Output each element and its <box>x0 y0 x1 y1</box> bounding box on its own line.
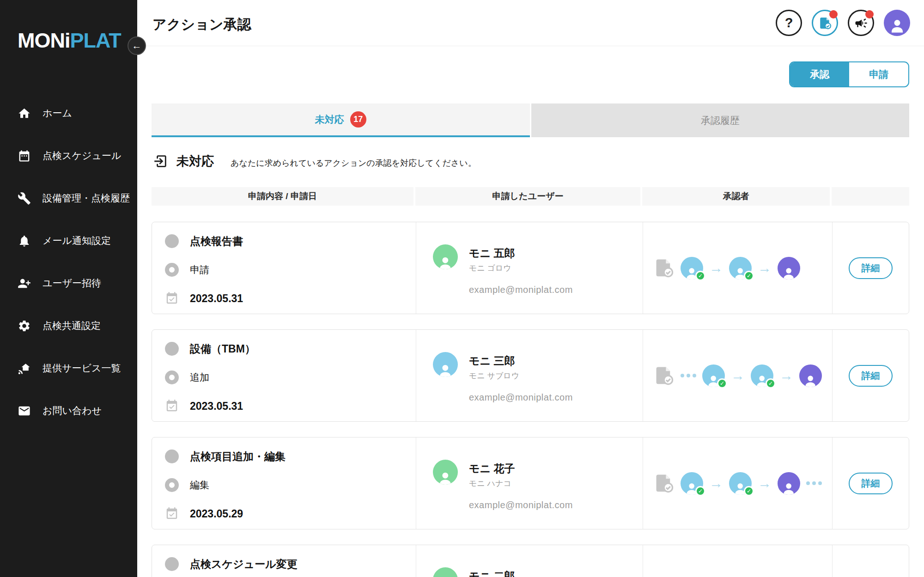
user-name: モニ 二郎 <box>469 567 515 577</box>
section-description: あなたに求められているアクションの承認を対応してください。 <box>231 154 476 169</box>
user-kana: モニ ハナコ <box>469 478 515 489</box>
pending-section-header: 未対応 あなたに求められているアクションの承認を対応してください。 <box>152 153 476 170</box>
flow-arrow-icon: → <box>731 369 745 383</box>
sidebar-item-label: メール通知設定 <box>43 234 111 247</box>
status-circle-icon <box>165 234 179 248</box>
request-date: 2023.05.31 <box>190 400 243 413</box>
calendar-check-icon <box>165 507 179 521</box>
notification-dot <box>829 10 838 18</box>
status-circle-icon <box>165 342 179 356</box>
user-avatar <box>433 244 458 269</box>
sidebar-item-inspection-settings[interactable]: 点検共通設定 <box>0 304 137 347</box>
action-type: 編集 <box>190 479 209 492</box>
person-add-icon <box>18 277 31 290</box>
flow-arrow-icon: → <box>709 476 723 490</box>
sidebar-item-services[interactable]: 提供サービス一覧 <box>0 347 137 389</box>
moniplat-logo: MONiPLAT <box>18 29 121 53</box>
column-header-request: 申請内容 / 申請日 <box>152 187 415 206</box>
help-button[interactable]: ? <box>776 10 802 36</box>
tab-history-label: 承認履歴 <box>701 114 740 127</box>
request-title: 点検スケジュール変更 <box>190 557 298 571</box>
sidebar-collapse-button[interactable]: ← <box>128 36 146 55</box>
approved-check-icon: ✓ <box>766 378 776 389</box>
sidebar-item-label: 点検共通設定 <box>43 319 101 332</box>
approver-avatar-pending <box>778 257 800 279</box>
status-circle-icon <box>165 449 179 463</box>
header-icon-group: ? <box>776 10 910 36</box>
tab-pending[interactable]: 未対応 17 <box>152 103 530 137</box>
approver-flow: ✓ → ✓ → <box>643 437 832 529</box>
bell-icon <box>18 234 31 248</box>
sidebar: MONiPLAT ホーム 点検スケジュール 設備管理・点検履歴 メール通知設定 … <box>0 0 137 577</box>
services-icon <box>18 362 31 375</box>
user-avatar <box>433 460 458 485</box>
action-type: 追加 <box>190 371 209 384</box>
flow-arrow-icon: → <box>709 261 723 275</box>
table-row: 設備（TBM） 追加 2023.05.31 モニ 三郎 モニ サブロウ exam… <box>152 329 909 422</box>
column-header-user: 申請したユーザー <box>415 187 642 206</box>
flow-arrow-icon: → <box>758 476 772 490</box>
approval-requests-button[interactable] <box>812 10 838 36</box>
person-icon <box>889 17 906 33</box>
action-type-icon <box>165 478 179 492</box>
table-row: 点検スケジュール変更 モニ 二郎 <box>152 545 909 577</box>
sidebar-item-inspection-schedule[interactable]: 点検スケジュール <box>0 134 137 177</box>
main-content: アクション承認 ? <box>137 0 924 577</box>
detail-button[interactable]: 詳細 <box>849 257 893 279</box>
more-approvers-icon <box>806 481 822 485</box>
sidebar-item-label: ユーザー招待 <box>43 277 101 290</box>
user-name: モニ 五郎 <box>469 244 515 261</box>
tab-pending-label: 未対応 <box>315 113 344 126</box>
approver-avatar-approved: ✓ <box>751 364 773 387</box>
toggle-approve[interactable]: 承認 <box>790 62 849 86</box>
user-email: example@moniplat.com <box>469 500 643 510</box>
arrow-left-icon: ← <box>132 40 142 51</box>
flow-arrow-icon: → <box>758 261 772 275</box>
approver-avatar-approved: ✓ <box>681 472 703 495</box>
question-mark-icon: ? <box>785 15 793 30</box>
account-avatar-button[interactable] <box>884 10 910 36</box>
calendar-check-icon <box>165 292 179 305</box>
wrench-icon <box>18 192 31 205</box>
detail-button[interactable]: 詳細 <box>849 473 893 494</box>
sidebar-item-label: 設備管理・点検履歴 <box>43 192 130 205</box>
request-date: 2023.05.29 <box>190 508 243 520</box>
sidebar-item-contact[interactable]: お問い合わせ <box>0 389 137 432</box>
user-avatar <box>433 567 458 577</box>
approver-avatar-approved: ✓ <box>681 257 703 279</box>
column-header-approvers: 承認者 <box>642 187 832 206</box>
section-title: 未対応 <box>176 153 214 170</box>
tab-approval-history[interactable]: 承認履歴 <box>531 103 910 137</box>
column-header-blank <box>832 187 909 206</box>
sidebar-item-label: お問い合わせ <box>43 404 102 417</box>
megaphone-icon <box>854 16 868 30</box>
sidebar-item-mail-notification[interactable]: メール通知設定 <box>0 219 137 262</box>
sidebar-item-label: 点検スケジュール <box>43 149 121 162</box>
calendar-icon <box>18 149 31 163</box>
sidebar-item-home[interactable]: ホーム <box>0 92 137 134</box>
announcements-button[interactable] <box>848 10 874 36</box>
calendar-check-icon <box>165 399 179 413</box>
sidebar-item-user-invite[interactable]: ユーザー招待 <box>0 262 137 304</box>
document-check-icon <box>653 365 675 386</box>
sidebar-item-label: ホーム <box>43 107 72 120</box>
more-approvers-icon <box>681 374 696 377</box>
toggle-request[interactable]: 申請 <box>849 62 908 86</box>
sidebar-menu: ホーム 点検スケジュール 設備管理・点検履歴 メール通知設定 ユーザー招待 点検… <box>0 92 137 432</box>
table-row: 点検項目追加・編集 編集 2023.05.29 モニ 花子 モニ ハナコ exa… <box>152 437 909 529</box>
user-kana: モニ ゴロウ <box>469 263 515 273</box>
approver-avatar-pending <box>778 472 800 495</box>
mail-icon <box>18 404 31 418</box>
detail-button[interactable]: 詳細 <box>849 365 893 387</box>
sidebar-item-equipment-history[interactable]: 設備管理・点検履歴 <box>0 177 137 219</box>
approver-avatar-approved: ✓ <box>729 257 752 279</box>
page-title: アクション承認 <box>152 15 251 34</box>
approved-check-icon: ✓ <box>695 271 705 281</box>
approved-check-icon: ✓ <box>695 486 705 496</box>
notification-dot <box>865 10 874 18</box>
approver-avatar-pending <box>799 364 822 387</box>
request-title: 設備（TBM） <box>190 342 255 356</box>
approved-check-icon: ✓ <box>744 271 754 281</box>
approver-flow: ✓ → ✓ → <box>643 330 832 421</box>
approved-check-icon: ✓ <box>744 486 754 496</box>
